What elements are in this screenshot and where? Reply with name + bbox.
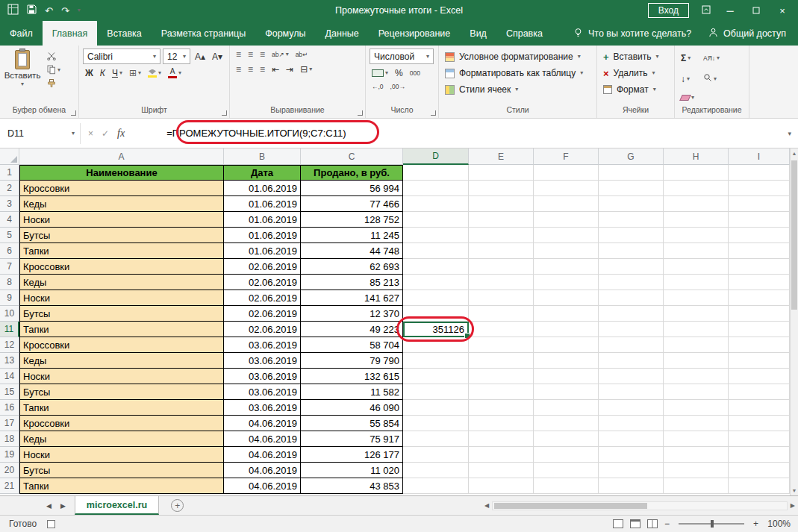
- cell-d13[interactable]: [403, 353, 469, 369]
- comma-style-button[interactable]: 000: [408, 69, 423, 78]
- alignment-dialog-launcher[interactable]: [358, 110, 363, 116]
- expand-formula-bar-icon[interactable]: ▾: [788, 130, 798, 137]
- bold-button[interactable]: Ж: [83, 67, 96, 79]
- shrink-font-button[interactable]: А▾: [210, 51, 225, 63]
- cell-c18[interactable]: 75 917: [301, 431, 403, 447]
- cell-c5[interactable]: 11 245: [301, 228, 403, 243]
- col-header-i[interactable]: I: [729, 148, 790, 165]
- new-sheet-button[interactable]: +: [171, 499, 184, 512]
- horizontal-scrollbar[interactable]: [492, 501, 788, 510]
- cell-a12[interactable]: Кроссовки: [19, 337, 224, 353]
- zoom-out-button[interactable]: −: [664, 519, 670, 529]
- sheet-nav-right-icon[interactable]: ▶: [60, 502, 66, 510]
- zoom-level[interactable]: 100%: [765, 519, 791, 529]
- cell-f20[interactable]: [534, 463, 599, 478]
- cell-a5[interactable]: Бутсы: [19, 228, 224, 243]
- tab-вставка[interactable]: Вставка: [97, 21, 151, 46]
- font-size-select[interactable]: 12▾: [163, 48, 190, 64]
- cell-f10[interactable]: [534, 306, 599, 322]
- cell-c12[interactable]: 58 704: [301, 337, 403, 353]
- tab-вид[interactable]: Вид: [460, 21, 496, 46]
- cell-a7[interactable]: Кроссовки: [19, 259, 224, 275]
- cell-b6[interactable]: 01.06.2019: [224, 243, 301, 259]
- cell-e5[interactable]: [469, 228, 534, 243]
- cell-i5[interactable]: [729, 228, 790, 243]
- cell-c15[interactable]: 11 582: [301, 384, 403, 400]
- row-header-6[interactable]: 6: [0, 243, 19, 259]
- cell-c1[interactable]: Продано, в руб.: [301, 165, 403, 181]
- row-header-21[interactable]: 21: [0, 478, 19, 494]
- cell-a16[interactable]: Тапки: [19, 400, 224, 416]
- decrease-decimal-button[interactable]: ,00→: [388, 82, 408, 91]
- cell-e17[interactable]: [469, 416, 534, 431]
- tab-данные[interactable]: Данные: [316, 21, 369, 46]
- cell-b8[interactable]: 02.06.2019: [224, 275, 301, 290]
- cell-h10[interactable]: [664, 306, 729, 322]
- cell-c8[interactable]: 85 213: [301, 275, 403, 290]
- cell-a20[interactable]: Бутсы: [19, 463, 224, 478]
- cell-f17[interactable]: [534, 416, 599, 431]
- cell-i7[interactable]: [729, 259, 790, 275]
- copy-button[interactable]: ▾: [45, 64, 63, 75]
- cell-b16[interactable]: 03.06.2019: [224, 400, 301, 416]
- cell-g8[interactable]: [599, 275, 664, 290]
- tab-рецензирование[interactable]: Рецензирование: [369, 21, 461, 46]
- cell-c13[interactable]: 79 790: [301, 353, 403, 369]
- cell-d1[interactable]: [403, 165, 469, 181]
- cell-g1[interactable]: [599, 165, 664, 181]
- cell-a13[interactable]: Кеды: [19, 353, 224, 369]
- cell-b13[interactable]: 03.06.2019: [224, 353, 301, 369]
- cell-f14[interactable]: [534, 369, 599, 384]
- cell-e18[interactable]: [469, 431, 534, 447]
- cell-a3[interactable]: Кеды: [19, 196, 224, 212]
- cell-b2[interactable]: 01.06.2019: [224, 181, 301, 196]
- align-bottom-button[interactable]: ≡: [258, 48, 267, 60]
- font-dialog-launcher[interactable]: [222, 110, 227, 116]
- delete-cells-button[interactable]: × Удалить ▾: [601, 65, 670, 81]
- insert-function-button[interactable]: fx: [117, 128, 125, 140]
- cell-h14[interactable]: [664, 369, 729, 384]
- cell-g7[interactable]: [599, 259, 664, 275]
- fill-button[interactable]: ↓▾: [679, 73, 696, 85]
- align-top-button[interactable]: ≡: [234, 48, 243, 60]
- cell-b7[interactable]: 02.06.2019: [224, 259, 301, 275]
- cell-h21[interactable]: [664, 478, 729, 494]
- align-center-button[interactable]: ≡: [246, 63, 255, 75]
- cell-b15[interactable]: 03.06.2019: [224, 384, 301, 400]
- cell-c7[interactable]: 62 693: [301, 259, 403, 275]
- cell-d10[interactable]: [403, 306, 469, 322]
- font-name-select[interactable]: Calibri▾: [83, 48, 160, 64]
- zoom-slider-thumb[interactable]: [711, 520, 714, 528]
- cell-g18[interactable]: [599, 431, 664, 447]
- col-header-b[interactable]: B: [224, 148, 301, 165]
- cell-b12[interactable]: 03.06.2019: [224, 337, 301, 353]
- cell-a9[interactable]: Носки: [19, 290, 224, 306]
- cell-g10[interactable]: [599, 306, 664, 322]
- cell-d20[interactable]: [403, 463, 469, 478]
- cell-h4[interactable]: [664, 212, 729, 228]
- formula-input[interactable]: =ПРОМЕЖУТОЧНЫЕ.ИТОГИ(9;C7:C11): [166, 128, 346, 139]
- cell-h20[interactable]: [664, 463, 729, 478]
- format-as-table-button[interactable]: Форматировать как таблицу ▾: [443, 65, 593, 81]
- cell-b11[interactable]: 02.06.2019: [224, 322, 301, 337]
- col-header-e[interactable]: E: [469, 148, 534, 165]
- close-button[interactable]: ×: [776, 6, 789, 16]
- cell-d15[interactable]: [403, 384, 469, 400]
- cell-e8[interactable]: [469, 275, 534, 290]
- cell-g13[interactable]: [599, 353, 664, 369]
- align-right-button[interactable]: ≡: [258, 63, 267, 75]
- quick-access-customize-button[interactable]: ▾: [78, 7, 81, 13]
- col-header-a[interactable]: A: [19, 148, 224, 165]
- cell-f2[interactable]: [534, 181, 599, 196]
- row-header-14[interactable]: 14: [0, 369, 19, 384]
- cell-f5[interactable]: [534, 228, 599, 243]
- percent-style-button[interactable]: %: [393, 67, 405, 79]
- view-normal-button[interactable]: [613, 519, 623, 528]
- merge-center-button[interactable]: ⊟▾: [298, 63, 314, 75]
- row-header-3[interactable]: 3: [0, 196, 19, 212]
- tab-главная[interactable]: Главная: [43, 21, 98, 46]
- cell-c10[interactable]: 12 370: [301, 306, 403, 322]
- font-color-button[interactable]: А▾: [166, 67, 184, 79]
- cell-e4[interactable]: [469, 212, 534, 228]
- cell-e3[interactable]: [469, 196, 534, 212]
